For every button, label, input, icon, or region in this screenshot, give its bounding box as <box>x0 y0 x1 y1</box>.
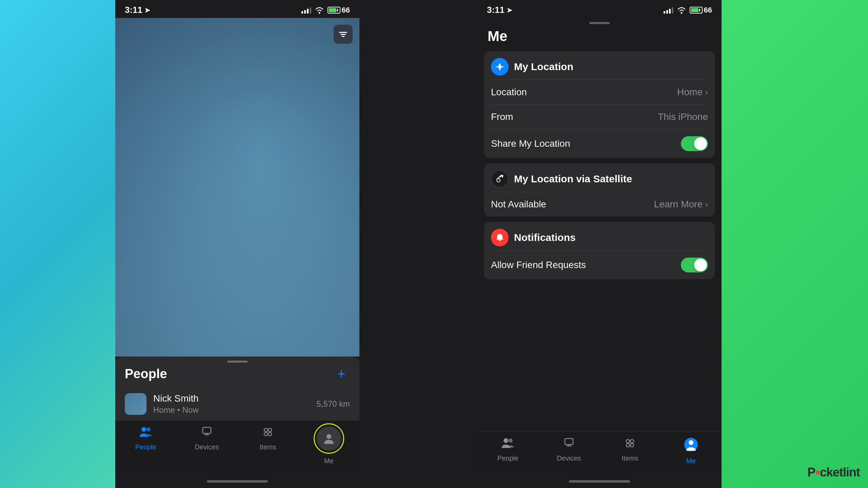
right-time: 3:11 <box>487 5 505 15</box>
location-row[interactable]: Location Home › <box>484 80 715 104</box>
right-signal-icon <box>664 7 673 14</box>
signal-bar-r2 <box>666 10 668 14</box>
left-battery-icon <box>328 7 340 14</box>
right-tab-items[interactable]: Items <box>599 437 660 465</box>
left-time: 3:11 <box>125 5 142 15</box>
svg-point-22 <box>689 440 693 445</box>
right-battery: 66 <box>690 6 712 15</box>
items-tab-icon <box>261 426 275 441</box>
left-phone: 3:11 ➤ 66 <box>115 0 359 488</box>
map-overlay <box>115 18 359 357</box>
left-wifi-icon <box>315 6 324 14</box>
right-tab-me[interactable]: Me <box>660 437 722 465</box>
tab-items[interactable]: Items <box>237 426 298 465</box>
svg-point-20 <box>630 444 634 447</box>
left-home-indicator <box>115 474 359 488</box>
right-battery-tip <box>699 9 700 12</box>
location-chevron-icon: › <box>705 87 708 97</box>
svg-point-14 <box>504 438 508 443</box>
right-drag-handle[interactable] <box>589 22 610 24</box>
right-tab-people[interactable]: People <box>477 437 538 465</box>
learn-more-chevron-icon: › <box>705 200 708 209</box>
me-panel-title: Me <box>477 25 722 51</box>
right-battery-icon <box>690 7 703 14</box>
map-filter-button[interactable] <box>334 25 353 44</box>
right-people-tab-label: People <box>497 454 518 462</box>
share-location-toggle[interactable] <box>681 136 708 151</box>
notifications-section: Notifications Allow Friend Requests <box>484 222 715 279</box>
location-section-icon <box>491 58 509 76</box>
right-sheet-handle-area <box>477 18 722 25</box>
watermark-dot: • <box>815 464 820 480</box>
left-status-bar: 3:11 ➤ 66 <box>115 0 359 18</box>
signal-bar-r3 <box>669 9 671 14</box>
from-row: From This iPhone <box>484 105 715 129</box>
right-me-tab-label: Me <box>686 457 696 465</box>
svg-point-0 <box>318 12 320 14</box>
right-tab-devices[interactable]: Devices <box>538 437 599 465</box>
allow-friend-requests-toggle-thumb <box>694 259 707 271</box>
me-tab-label: Me <box>324 457 334 465</box>
people-panel: People + Nick Smith Home • Now 5,570 km <box>115 357 359 420</box>
left-battery-tip <box>337 9 338 12</box>
me-tab-highlight-ring <box>314 423 344 454</box>
tab-me[interactable]: Me <box>298 426 359 465</box>
right-status-bar: 3:11 ➤ 66 <box>477 0 722 18</box>
svg-point-10 <box>268 432 272 436</box>
left-status-right: 66 <box>301 6 350 15</box>
svg-point-19 <box>626 444 630 447</box>
signal-bar-2 <box>304 10 306 14</box>
my-location-title: My Location <box>514 61 573 73</box>
svg-rect-1 <box>339 32 347 33</box>
not-available-label: Not Available <box>491 199 546 210</box>
add-person-button[interactable]: + <box>333 365 350 382</box>
tab-devices[interactable]: Devices <box>176 426 237 465</box>
not-available-row[interactable]: Not Available Learn More › <box>484 192 715 217</box>
svg-rect-6 <box>203 427 211 433</box>
satellite-title: My Location via Satellite <box>514 173 632 185</box>
satellite-section-icon <box>491 170 509 188</box>
svg-rect-16 <box>565 439 573 445</box>
right-location-arrow: ➤ <box>507 6 512 14</box>
background-left <box>0 0 115 488</box>
right-tab-bar: People Devices It <box>477 431 722 474</box>
left-tab-bar: People Devices It <box>115 420 359 474</box>
svg-point-4 <box>141 427 146 432</box>
left-battery-label: 66 <box>342 6 350 15</box>
person-subtitle: Home • Now <box>153 405 310 415</box>
list-item[interactable]: Nick Smith Home • Now 5,570 km <box>115 388 359 420</box>
from-row-val-text: This iPhone <box>658 111 708 122</box>
svg-point-11 <box>327 434 331 439</box>
signal-bar-3 <box>307 9 309 14</box>
map-view[interactable] <box>115 18 359 357</box>
right-devices-tab-label: Devices <box>557 454 581 462</box>
right-home-indicator <box>477 474 722 488</box>
people-title: People <box>125 367 167 381</box>
left-home-bar <box>207 480 268 483</box>
svg-point-12 <box>680 12 682 14</box>
signal-bar-r1 <box>664 11 665 14</box>
left-battery-fill <box>329 8 337 12</box>
from-row-value: This iPhone <box>658 111 708 122</box>
person-distance: 5,570 km <box>316 399 350 409</box>
signal-bar-4 <box>310 7 311 14</box>
svg-point-9 <box>264 432 268 436</box>
right-status-right: 66 <box>664 6 712 15</box>
people-header: People + <box>115 363 359 388</box>
person-info: Nick Smith Home • Now <box>153 393 310 415</box>
right-battery-fill <box>691 8 699 12</box>
my-location-header: My Location <box>484 51 715 80</box>
tab-people[interactable]: People <box>115 426 176 465</box>
left-signal-icon <box>301 7 311 14</box>
svg-point-8 <box>268 428 272 432</box>
svg-point-18 <box>630 440 634 443</box>
devices-tab-icon <box>200 426 214 441</box>
people-tab-label: People <box>135 443 156 451</box>
from-row-label: From <box>491 111 513 122</box>
satellite-section: My Location via Satellite Not Available … <box>484 163 715 217</box>
svg-rect-2 <box>340 34 346 35</box>
allow-friend-requests-toggle[interactable] <box>681 258 708 272</box>
notifications-header: Notifications <box>484 222 715 250</box>
pocketlint-watermark: P•cketlint <box>807 464 860 480</box>
satellite-header: My Location via Satellite <box>484 163 715 192</box>
